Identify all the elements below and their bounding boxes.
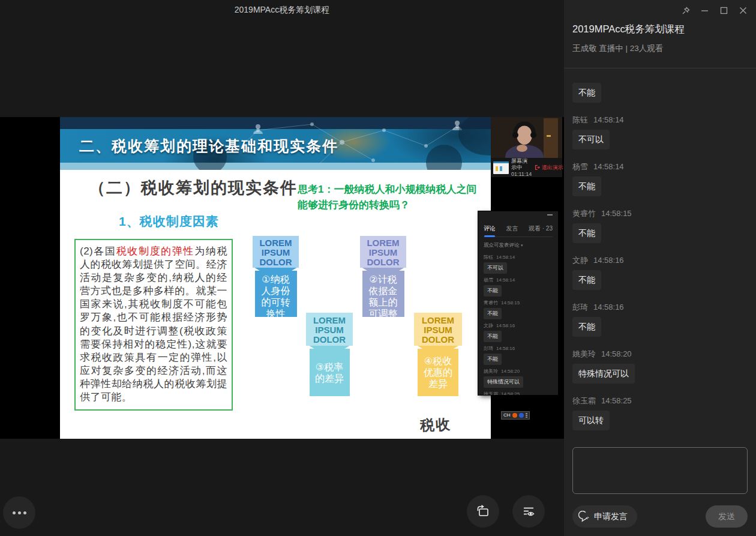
slide-section-title: （二）税收筹划的现实条件 <box>89 177 298 199</box>
chat-bubble: 不能 <box>572 176 601 196</box>
banner-strip-top <box>60 117 491 129</box>
send-label: 发送 <box>718 511 735 522</box>
chat-sender: 杨雪 <box>572 162 588 171</box>
chat-time: 14:58:20 <box>601 349 632 358</box>
chat-message-list[interactable]: 不能 陈钰14:58:14 不可以 杨雪14:58:14 不能 黄睿竹14:58… <box>564 68 756 444</box>
close-icon <box>739 7 747 14</box>
overlay-message: 陈钰14:58:14 不可以 <box>484 254 553 277</box>
sidebar-bottom-bar: 申请发言 发送 <box>572 505 748 528</box>
chat-sender: 陈钰 <box>572 115 588 124</box>
exit-icon <box>534 164 540 170</box>
process-box-4-label: ④税收优惠的差异 <box>418 349 458 396</box>
banner-strip-bottom <box>60 163 491 170</box>
overlay-message: 徐玉霜14:58:25 可以转 <box>484 391 553 395</box>
process-box-2: LOREM IPSUM DOLOR ②计税依据金额上的可调整性 <box>360 236 406 317</box>
process-box-1: LOREM IPSUM DOLOR ①纳税人身份的可转换性 <box>253 236 299 317</box>
process-box-4-connector <box>418 346 458 349</box>
chat-sender: 姚美玲 <box>572 349 596 358</box>
speak-icon <box>578 511 590 523</box>
slide-footer-label: 税收 <box>419 415 452 436</box>
overlay-tab-viewers[interactable]: 观看 · 23 <box>529 224 553 233</box>
chat-sender: 彭琦 <box>572 303 588 312</box>
overlay-message: 黄睿竹14:58:15 不能 <box>484 300 553 323</box>
window-controls <box>681 6 748 15</box>
presentation-slide: 二、税收筹划的理论基础和现实条件 （二）税收筹划的现实条件 思考1：一般纳税人和… <box>60 117 491 439</box>
process-box-3-header: LOREM IPSUM DOLOR <box>306 313 353 346</box>
overlay-message: 杨雪14:58:14 不能 <box>484 277 553 300</box>
chat-message: 徐玉霜14:58:25 可以转 <box>572 396 748 442</box>
overlay-tabs: 评论 发言 观看 · 23 <box>484 224 553 237</box>
slide-question-line2: 能够进行身份的转换吗？ <box>298 197 484 213</box>
chat-time: 14:58:15 <box>601 209 632 218</box>
course-title: 2019MPAcc税务筹划课程 <box>572 23 685 36</box>
more-dots-icon <box>13 511 16 514</box>
chat-time: 14:58:14 <box>593 115 624 124</box>
presenting-duration: 01:11:14 <box>511 171 532 178</box>
chat-bubble: 特殊情况可以 <box>572 364 635 384</box>
slide-question: 思考1：一般纳税人和小规模纳税人之间 能够进行身份的转换吗？ <box>298 182 484 213</box>
minimize-window-button[interactable] <box>700 6 709 15</box>
chat-sidebar: 2019MPAcc税务筹划课程 王成敬 直播中 | 23人观看 不能 陈钰14:… <box>564 0 756 536</box>
minimize-icon <box>701 7 709 14</box>
more-options-button[interactable] <box>3 496 35 529</box>
viewer-list-icon <box>521 504 536 519</box>
chat-bubble: 不能 <box>572 317 601 337</box>
chat-message: 彭琦14:58:16 不能 <box>572 302 748 349</box>
slide-banner-title: 二、税收筹划的理论基础和现实条件 <box>79 129 338 163</box>
switch-view-icon <box>475 504 491 519</box>
presenter-status-bar: 屏幕演示中 01:11:14 退出演示 <box>491 158 562 177</box>
chat-message: 不能 <box>572 83 748 115</box>
caret-down-icon: ▾ <box>521 243 523 247</box>
process-box-2-connector <box>362 268 404 271</box>
viewer-list-button[interactable] <box>512 495 545 528</box>
chat-bubble: 不能 <box>572 83 601 103</box>
slide-banner: 二、税收筹划的理论基础和现实条件 <box>60 117 491 170</box>
request-speak-button[interactable]: 申请发言 <box>572 505 637 528</box>
process-box-4: LOREM IPSUM DOLOR ④税收优惠的差异 <box>414 313 462 396</box>
chat-message: 陈钰14:58:14 不可以 <box>572 115 748 161</box>
process-box-1-connector <box>255 268 297 271</box>
screenshare-mini-thumbnail <box>493 161 509 174</box>
process-box-2-label: ②计税依据金额上的可调整性 <box>362 271 404 317</box>
overlay-message: 姚美玲14:58:20 特殊情况可以 <box>484 369 553 391</box>
chat-message: 杨雪14:58:14 不能 <box>572 161 748 208</box>
presenter-silhouette <box>491 117 562 158</box>
chat-message: 黄睿竹14:58:15 不能 <box>572 208 748 255</box>
close-window-button[interactable] <box>739 6 748 15</box>
chat-message: 姚美玲14:58:20 特殊情况可以 <box>572 349 748 396</box>
stage-title: 2019MPAcc税务筹划课程 <box>0 5 564 16</box>
process-box-3-connector <box>310 346 350 349</box>
exit-presentation-button[interactable]: 退出演示 <box>534 164 563 172</box>
chat-bubble: 不能 <box>572 223 601 243</box>
chat-bubble: 不能 <box>572 270 601 290</box>
chat-time: 14:58:14 <box>593 162 624 171</box>
ime-grip-icon[interactable] <box>526 413 527 418</box>
overlay-message-list: 陈钰14:58:14 不可以 杨雪14:58:14 不能 黄睿竹14:58:15… <box>484 254 553 395</box>
overlay-message: 文静14:58:16 不能 <box>484 323 553 346</box>
overlay-message: 彭琦14:58:16 不能 <box>484 346 553 369</box>
chat-sender: 文静 <box>572 256 588 265</box>
paragraph-prefix: (2)各国 <box>80 245 116 257</box>
main-stage: 2019MPAcc税务筹划课程 <box>0 0 564 536</box>
presenter-panel: 屏幕演示中 01:11:14 退出演示 <box>491 117 562 177</box>
switch-view-button[interactable] <box>467 495 499 528</box>
presenter-webcam <box>491 117 562 158</box>
ime-tool-icon[interactable] <box>512 413 517 418</box>
presenting-status-label: 屏幕演示中 <box>511 158 532 171</box>
overlay-tab-comments[interactable]: 评论 <box>484 224 496 233</box>
ime-help-icon[interactable] <box>519 413 524 418</box>
chat-input[interactable] <box>572 447 748 494</box>
overlay-tab-speak[interactable]: 发言 <box>506 224 518 233</box>
chat-sender: 黄睿竹 <box>572 209 596 218</box>
presenter-status: 屏幕演示中 01:11:14 <box>511 158 532 178</box>
maximize-window-button[interactable] <box>719 6 728 15</box>
process-box-2-header: LOREM IPSUM DOLOR <box>360 236 406 268</box>
live-course-app: 2019MPAcc税务筹划课程 <box>0 0 756 536</box>
chat-time: 14:58:16 <box>593 303 624 312</box>
ime-language-label[interactable]: CH <box>503 413 511 418</box>
exit-presentation-label: 退出演示 <box>541 164 563 172</box>
process-box-1-header: LOREM IPSUM DOLOR <box>253 236 299 268</box>
send-button[interactable]: 发送 <box>706 505 748 528</box>
overlay-minimize-icon[interactable] <box>547 214 553 215</box>
pin-window-button[interactable] <box>681 6 690 15</box>
